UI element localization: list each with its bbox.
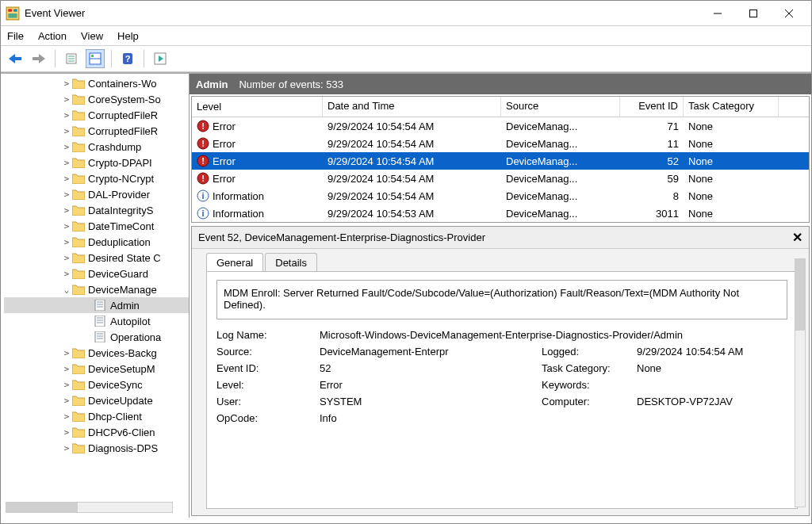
event-row[interactable]: !Error9/29/2024 10:54:54 AMDeviceManag..…	[192, 152, 809, 170]
expand-toggle[interactable]: >	[61, 94, 72, 105]
forward-button[interactable]	[29, 49, 48, 68]
detail-vertical-scrollbar[interactable]	[795, 258, 806, 507]
event-level: Error	[213, 155, 236, 167]
event-message: MDM Enroll: Server Returned Fault/Code/S…	[216, 280, 787, 319]
event-detail-pane: Event 52, DeviceManagement-Enterprise-Di…	[191, 226, 810, 516]
tree-item[interactable]: >DAL-Provider	[4, 186, 189, 202]
menu-action[interactable]: Action	[38, 30, 67, 42]
expand-toggle[interactable]: >	[61, 396, 72, 406]
expand-toggle[interactable]: >	[61, 253, 72, 263]
tree-item[interactable]: >CorruptedFileR	[4, 107, 189, 123]
tree-item[interactable]: >CorruptedFileR	[4, 123, 189, 139]
event-row[interactable]: !Error9/29/2024 10:54:54 AMDeviceManag..…	[192, 170, 809, 187]
event-id: 52	[620, 155, 684, 167]
tree-item[interactable]: >Deduplication	[4, 234, 189, 250]
tree-item-label: Diagnosis-DPS	[88, 442, 158, 454]
menu-help[interactable]: Help	[117, 30, 139, 42]
tree-item[interactable]: >Dhcp-Client	[4, 408, 189, 424]
tab-details[interactable]: Details	[265, 253, 317, 272]
tree-item[interactable]: >DeviceGuard	[4, 266, 189, 281]
tree-item-label: Deduplication	[88, 236, 151, 248]
tree-item[interactable]: ⌄DeviceManage	[4, 281, 189, 297]
back-button[interactable]	[6, 49, 25, 68]
column-eventid[interactable]: Event ID	[620, 97, 684, 117]
menu-file[interactable]: File	[7, 30, 24, 42]
menu-view[interactable]: View	[81, 30, 103, 42]
expand-toggle[interactable]: >	[61, 269, 72, 279]
tree-item[interactable]: >DeviceUpdate	[4, 392, 189, 408]
close-button[interactable]	[771, 2, 806, 25]
event-source: DeviceManag...	[501, 208, 620, 220]
maximize-button[interactable]	[735, 2, 771, 25]
preview-pane-button[interactable]	[86, 49, 105, 68]
tree-item[interactable]: >DataIntegrityS	[4, 202, 189, 218]
show-tree-button[interactable]	[62, 49, 81, 68]
tab-general[interactable]: General	[206, 253, 263, 272]
event-row[interactable]: iInformation9/29/2024 10:54:54 AMDeviceM…	[192, 187, 809, 205]
tree-item[interactable]: >Diagnosis-DPS	[4, 440, 189, 456]
column-level[interactable]: Level	[192, 97, 323, 117]
event-date: 9/29/2024 10:54:54 AM	[323, 190, 501, 202]
tree-item-label: DeviceSetupM	[88, 363, 155, 375]
tree-item[interactable]: Autopilot	[4, 313, 189, 329]
event-row[interactable]: iInformation9/29/2024 10:54:53 AMDeviceM…	[192, 205, 809, 222]
expand-toggle[interactable]: >	[61, 189, 72, 200]
event-row[interactable]: !Error9/29/2024 10:54:54 AMDeviceManag..…	[192, 117, 809, 135]
svg-rect-2	[13, 9, 17, 11]
expand-toggle[interactable]: >	[61, 142, 72, 152]
minimize-button[interactable]	[699, 2, 735, 25]
refresh-button[interactable]	[151, 49, 170, 68]
expand-toggle[interactable]: >	[61, 110, 72, 120]
column-taskcategory[interactable]: Task Category	[684, 97, 779, 117]
tree-item-label: DeviceManage	[88, 284, 157, 296]
tree-item[interactable]: >Containers-Wo	[4, 75, 189, 91]
tree-item[interactable]: >Devices-Backg	[4, 345, 189, 361]
event-list-header: Level Date and Time Source Event ID Task…	[192, 97, 809, 117]
tree-item[interactable]: >DHCPv6-Clien	[4, 424, 189, 440]
tree-item-label: Crypto-NCrypt	[88, 173, 154, 185]
expand-toggle[interactable]: >	[61, 174, 72, 184]
tree-item[interactable]: Operationa	[4, 329, 189, 345]
tree-item[interactable]: >Crypto-NCrypt	[4, 170, 189, 186]
tree-item[interactable]: >Crashdump	[4, 139, 189, 155]
event-level: Error	[213, 138, 236, 150]
tree-item[interactable]: >DeviceSetupM	[4, 361, 189, 377]
column-date[interactable]: Date and Time	[323, 97, 501, 117]
tree-item[interactable]: >DeviceSync	[4, 377, 189, 392]
tree-item[interactable]: >Crypto-DPAPI	[4, 155, 189, 170]
detail-tabs: General Details	[192, 249, 809, 271]
event-id: 3011	[620, 208, 684, 220]
value-source: DeviceManagement-Enterpr	[320, 346, 542, 358]
expand-toggle[interactable]: >	[61, 427, 72, 438]
tree-item[interactable]: >CoreSystem-So	[4, 91, 189, 107]
tree-item-label: DAL-Provider	[88, 189, 150, 201]
event-task: None	[684, 120, 779, 132]
tree-item-label: Desired State C	[88, 252, 161, 264]
expand-toggle[interactable]: >	[61, 221, 72, 231]
tree-item[interactable]: Admin	[4, 297, 189, 313]
event-count: Number of events: 533	[239, 78, 343, 90]
expand-toggle[interactable]: >	[61, 348, 72, 358]
tree-item[interactable]: >DateTimeCont	[4, 218, 189, 234]
expand-toggle[interactable]: >	[61, 78, 72, 89]
tree-item-label: DeviceSync	[88, 379, 143, 391]
expand-toggle[interactable]: >	[61, 158, 72, 168]
event-row[interactable]: !Error9/29/2024 10:54:54 AMDeviceManag..…	[192, 135, 809, 152]
help-button[interactable]: ?	[118, 49, 137, 68]
expand-toggle[interactable]: >	[61, 411, 72, 422]
expand-toggle[interactable]: >	[61, 364, 72, 374]
event-level: Error	[213, 173, 236, 185]
expand-toggle[interactable]: >	[61, 380, 72, 390]
tree-item-label: DeviceUpdate	[88, 395, 153, 407]
svg-text:!: !	[201, 174, 205, 183]
expand-toggle[interactable]: >	[61, 237, 72, 247]
column-source[interactable]: Source	[501, 97, 620, 117]
detail-close-button[interactable]: ✕	[792, 230, 802, 245]
tree-horizontal-scrollbar[interactable]	[6, 502, 173, 513]
expand-toggle[interactable]: >	[61, 205, 72, 216]
tree-item[interactable]: >Desired State C	[4, 250, 189, 266]
expand-toggle[interactable]: >	[61, 443, 72, 453]
svg-rect-23	[95, 300, 105, 311]
expand-toggle[interactable]: ⌄	[61, 285, 72, 295]
expand-toggle[interactable]: >	[61, 126, 72, 136]
